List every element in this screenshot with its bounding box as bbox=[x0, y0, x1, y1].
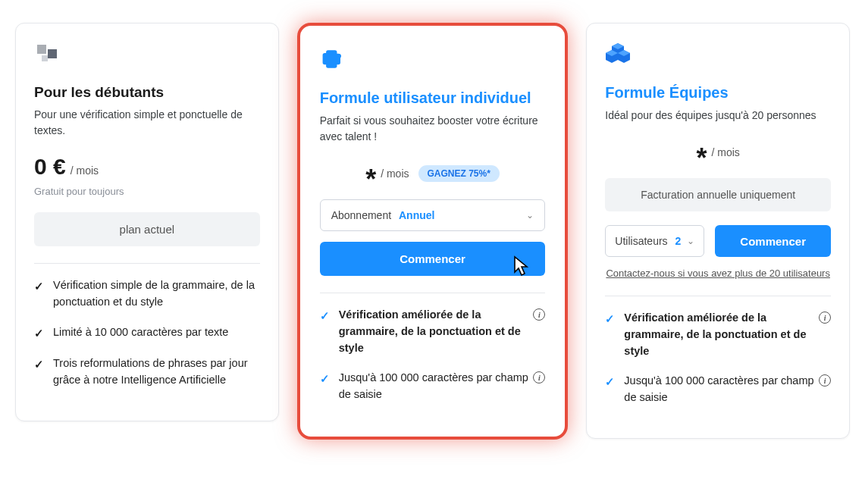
individual-title: Formule utilisateur individuel bbox=[320, 89, 546, 107]
chevron-down-icon: ⌄ bbox=[687, 236, 694, 246]
svg-rect-2 bbox=[42, 55, 48, 61]
individual-features: ✓ Vérification améliorée de la grammaire… bbox=[320, 307, 546, 403]
feature-text: Vérification simple de la grammaire, de … bbox=[53, 277, 260, 311]
starter-price-row: 0 € / mois bbox=[34, 154, 260, 180]
feature-text: Jusqu'à 100 000 caractères par champ de … bbox=[339, 370, 546, 403]
current-plan-button: plan actuel bbox=[34, 212, 260, 246]
pricing-plans: Pour les débutants Pour une vérification… bbox=[15, 23, 850, 440]
feature-item: ✓ Vérification améliorée de la grammaire… bbox=[320, 307, 546, 356]
starter-per: / mois bbox=[71, 164, 99, 177]
starter-subtitle: Pour une vérification simple et ponctuel… bbox=[34, 107, 260, 139]
check-icon: ✓ bbox=[320, 371, 330, 388]
starter-free-note: Gratuit pour toujours bbox=[34, 186, 260, 197]
svg-point-3 bbox=[328, 51, 333, 55]
feature-text: Trois reformulations de phrases par jour… bbox=[53, 355, 260, 389]
check-icon: ✓ bbox=[34, 279, 44, 296]
plan-card-starter: Pour les débutants Pour une vérification… bbox=[15, 23, 279, 421]
plan-card-teams: Formule Équipes Idéal pour des équipes j… bbox=[586, 23, 850, 439]
feature-text: Vérification améliorée de la grammaire, … bbox=[339, 307, 546, 356]
teams-per: / mois bbox=[712, 146, 740, 158]
svg-point-4 bbox=[337, 54, 341, 58]
starter-features: ✓ Vérification simple de la grammaire, d… bbox=[34, 277, 260, 389]
starter-icon bbox=[34, 42, 260, 70]
feature-item: ✓ Jusqu'à 100 000 caractères par champ d… bbox=[320, 370, 546, 403]
feature-item: ✓ Trois reformulations de phrases par jo… bbox=[34, 355, 260, 389]
teams-action-row: Utilisateurs 2 ⌄ Commencer bbox=[605, 225, 831, 257]
chevron-down-icon: ⌄ bbox=[526, 210, 534, 221]
starter-price: 0 € bbox=[34, 154, 66, 180]
feature-item: ✓ Limité à 10 000 caractères par texte bbox=[34, 324, 260, 343]
feature-item: ✓ Vérification améliorée de la grammaire… bbox=[605, 310, 831, 359]
teams-cta-button[interactable]: Commencer bbox=[715, 225, 831, 257]
subscription-label: Abonnement bbox=[331, 209, 391, 221]
check-icon: ✓ bbox=[34, 326, 44, 343]
individual-subtitle: Parfait si vous souhaitez booster votre … bbox=[320, 113, 546, 145]
individual-price-row: * / mois GAGNEZ 75%* bbox=[320, 160, 546, 187]
individual-per: / mois bbox=[381, 167, 409, 180]
svg-rect-1 bbox=[48, 49, 57, 58]
users-label: Utilisateurs bbox=[615, 235, 667, 247]
check-icon: ✓ bbox=[320, 308, 330, 325]
divider bbox=[605, 296, 831, 296]
teams-subtitle: Idéal pour des équipes jusqu'à 20 person… bbox=[605, 108, 831, 124]
svg-rect-0 bbox=[37, 45, 46, 54]
users-value: 2 bbox=[675, 235, 681, 247]
teams-title: Formule Équipes bbox=[605, 84, 831, 102]
check-icon: ✓ bbox=[34, 357, 44, 374]
users-select[interactable]: Utilisateurs 2 ⌄ bbox=[605, 225, 704, 257]
individual-price: * bbox=[365, 166, 376, 193]
feature-text: Jusqu'à 100 000 caractères par champ de … bbox=[624, 373, 831, 406]
divider bbox=[320, 293, 546, 293]
subscription-value: Annuel bbox=[399, 209, 434, 221]
individual-cta-button[interactable]: Commencer bbox=[320, 242, 546, 276]
teams-price-row: * / mois bbox=[605, 139, 831, 166]
contact-link[interactable]: Contactez-nous si vous avez plus de 20 u… bbox=[605, 268, 831, 279]
feature-text: Vérification améliorée de la grammaire, … bbox=[624, 310, 831, 359]
check-icon: ✓ bbox=[605, 311, 615, 328]
feature-item: ✓ Jusqu'à 100 000 caractères par champ d… bbox=[605, 373, 831, 406]
divider bbox=[34, 263, 260, 264]
billing-note: Facturation annuelle uniquement bbox=[605, 178, 831, 211]
info-icon[interactable]: i bbox=[819, 311, 831, 324]
subscription-select[interactable]: Abonnement Annuel ⌄ bbox=[320, 199, 546, 231]
check-icon: ✓ bbox=[605, 374, 615, 391]
feature-item: ✓ Vérification simple de la grammaire, d… bbox=[34, 277, 260, 311]
savings-badge: GAGNEZ 75%* bbox=[418, 165, 500, 182]
teams-icon bbox=[605, 42, 831, 70]
starter-title: Pour les débutants bbox=[34, 84, 260, 101]
feature-text: Limité à 10 000 caractères par texte bbox=[53, 324, 228, 341]
teams-features: ✓ Vérification améliorée de la grammaire… bbox=[605, 310, 831, 406]
individual-icon bbox=[320, 45, 546, 76]
plan-card-individual: Formule utilisateur individuel Parfait s… bbox=[297, 23, 569, 440]
teams-price: * bbox=[697, 145, 707, 172]
